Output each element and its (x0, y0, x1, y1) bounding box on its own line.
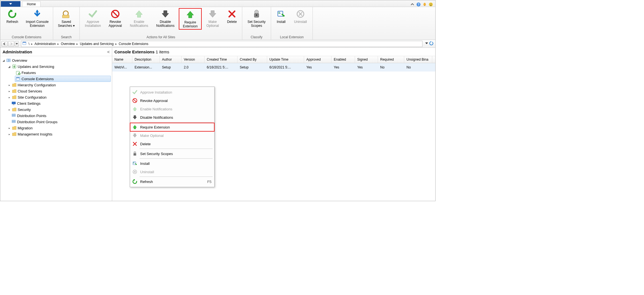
tab-home[interactable]: Home (22, 1, 41, 7)
column-header-description[interactable]: Description (132, 56, 160, 63)
cell-enabled: Yes (332, 64, 355, 70)
breadcrumb-item[interactable]: Updates and Servicing (79, 42, 115, 46)
context-menu-delete[interactable]: Delete (130, 140, 214, 148)
disable-notifications-button[interactable]: Disable Notifications (152, 8, 178, 30)
tree-node-migration[interactable]: ▸Migration (0, 125, 112, 131)
cell-description: Extension... (132, 64, 160, 70)
context-menu-install[interactable]: Install (130, 159, 214, 168)
tree-node-client-settings[interactable]: Client Settings (0, 100, 112, 106)
revoke-approval-button[interactable]: Revoke Approval (105, 8, 126, 30)
tree-node-console-extensions[interactable]: Console Extensions (15, 76, 111, 82)
tree-node-site-configuration[interactable]: ▸Site Configuration (0, 94, 112, 100)
ribbon-group-console-extensions: Refresh Import Console Extension Console… (0, 7, 53, 40)
overview-icon (6, 58, 11, 63)
set-security-scopes-button[interactable]: Set Security Scopes (244, 8, 269, 28)
collapse-tree-icon[interactable]: < (107, 49, 110, 54)
column-header-version[interactable]: Version (182, 56, 205, 63)
servers-icon (11, 113, 16, 118)
tree-node-distribution-points[interactable]: Distribution Points (0, 113, 112, 119)
tree-node-overview[interactable]: ◢Overview (0, 57, 112, 63)
breadcrumb-bar[interactable]: \▸ Administration▸ Overview▸ Updates and… (21, 41, 422, 47)
folder-icon (12, 89, 17, 93)
nav-history-dropdown[interactable] (15, 41, 19, 47)
approve-label: Approve Installation (83, 20, 103, 28)
import-label: Import Console Extension (25, 20, 50, 28)
install-icon (276, 9, 286, 19)
refresh-nav-icon[interactable] (429, 41, 434, 46)
enable-notifications-button: Enable Notifications (126, 8, 152, 30)
tree-node-hierarchy-configuration[interactable]: ▸Hierarchy Configuration (0, 82, 112, 88)
notifications-bell-icon[interactable] (422, 2, 427, 7)
refresh-button[interactable]: Refresh (2, 8, 23, 28)
tree-node-distribution-point-groups[interactable]: Distribution Point Groups (0, 119, 112, 125)
breadcrumb-dropdown-icon[interactable] (425, 41, 428, 46)
collapse-ribbon-icon[interactable] (410, 2, 415, 7)
column-header-created-by[interactable]: Created By (238, 56, 267, 63)
ribbon-group-local-extension: Install Uninstall Local Extension (271, 7, 313, 40)
x-icon (227, 9, 237, 19)
menu-separator (140, 177, 213, 177)
breadcrumb-item[interactable]: Overview (60, 42, 76, 46)
arrow-up-icon (132, 106, 137, 111)
context-menu-set-security-scopes[interactable]: Set Security Scopes (130, 149, 214, 158)
cell-version: 2.0 (182, 64, 205, 70)
column-header-update-time[interactable]: Update Time (267, 56, 304, 63)
context-menu-disable-notifications[interactable]: Disable Notifications (130, 113, 214, 122)
breadcrumb-item[interactable]: Console Extensions (117, 42, 149, 46)
ribbon-group-label: Search (55, 35, 78, 39)
breadcrumb-item[interactable]: Administration (33, 42, 57, 46)
uninstall-button: Uninstall (290, 8, 311, 24)
folder-icon (12, 83, 17, 87)
tree-node-cloud-services[interactable]: ▸Cloud Services (0, 88, 112, 94)
tree-node-security[interactable]: ▸Security (0, 106, 112, 113)
list-title: Console Extensions (114, 49, 154, 54)
x-circle-icon (295, 9, 306, 19)
no-entry-icon (110, 9, 121, 19)
ribbon: Refresh Import Console Extension Console… (0, 7, 435, 40)
tree-node-features[interactable]: Features (0, 70, 112, 76)
column-header-created-time[interactable]: Created Time (205, 56, 238, 63)
navigation-tree-pane: Administration < ◢Overview ◢Updates and … (0, 48, 112, 201)
context-menu-refresh[interactable]: RefreshF5 (130, 177, 214, 186)
install-button[interactable]: Install (273, 8, 290, 24)
column-header-name[interactable]: Name (112, 56, 132, 63)
require-extension-button[interactable]: Require Extension (179, 8, 202, 30)
feedback-smiley-icon[interactable] (429, 2, 433, 7)
menu-separator (140, 149, 213, 149)
nav-back-button[interactable] (1, 41, 8, 47)
servers-icon (11, 120, 16, 124)
ribbon-group-classify: Set Security Scopes Classify (242, 7, 271, 40)
saved-searches-button[interactable]: Saved Searches ▾ (55, 8, 78, 28)
context-menu-require-extension[interactable]: Require Extension (130, 123, 214, 131)
tree-node-updates-servicing[interactable]: ◢Updates and Servicing (0, 63, 112, 70)
x-circle-icon (132, 169, 137, 174)
check-icon (132, 90, 137, 95)
arrow-up-icon (132, 125, 137, 130)
tree-header: Administration < (0, 48, 112, 56)
app-menu-dropdown[interactable] (1, 1, 20, 7)
cell-created-time: 6/16/2021 5:... (205, 64, 238, 70)
main-area: Administration < ◢Overview ◢Updates and … (0, 48, 435, 201)
cell-name: WebVi... (112, 64, 132, 70)
saved-searches-label: Saved Searches (58, 20, 72, 28)
help-icon[interactable] (416, 2, 421, 7)
tree-node-management-insights[interactable]: ▸Management Insights (0, 131, 112, 137)
column-header-required[interactable]: Required (378, 56, 404, 63)
nav-forward-button[interactable] (8, 41, 14, 47)
column-header-unsigned-binaries[interactable]: Unsigned Bina (404, 56, 432, 63)
import-console-extension-button[interactable]: Import Console Extension (23, 8, 51, 28)
app-window: Home Refresh Import Console Extension Co… (0, 0, 436, 201)
context-menu: Approve Installation Revoke Approval Ena… (130, 87, 215, 187)
column-header-signed[interactable]: Signed (355, 56, 378, 63)
saved-searches-icon (61, 9, 72, 19)
column-header-enabled[interactable]: Enabled (332, 56, 355, 63)
column-header-author[interactable]: Author (160, 56, 182, 63)
context-menu-revoke-approval[interactable]: Revoke Approval (130, 96, 214, 105)
table-row[interactable]: WebVi... Extension... Setup 2.0 6/16/202… (112, 63, 435, 72)
context-menu-uninstall: Uninstall (130, 168, 214, 176)
column-header-approved[interactable]: Approved (304, 56, 332, 63)
arrow-down-icon (132, 133, 137, 138)
delete-button[interactable]: Delete (224, 8, 240, 30)
tree-header-label: Administration (3, 49, 32, 54)
arrow-up-icon (134, 9, 144, 19)
